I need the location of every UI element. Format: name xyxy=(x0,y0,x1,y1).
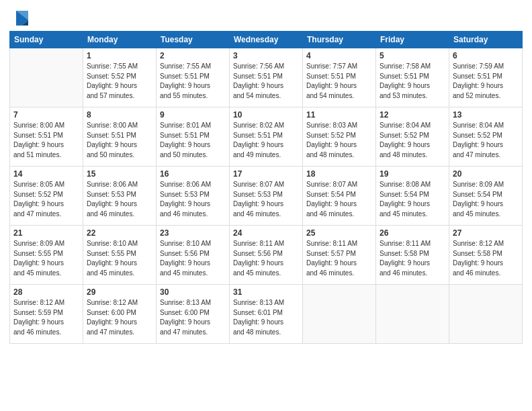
calendar-cell: 1Sunrise: 7:55 AMSunset: 5:52 PMDaylight… xyxy=(83,48,157,107)
cell-content: Sunrise: 7:55 AMSunset: 5:52 PMDaylight:… xyxy=(87,62,152,101)
cell-content: Sunrise: 8:03 AMSunset: 5:52 PMDaylight:… xyxy=(306,121,372,160)
cell-content: Sunrise: 8:00 AMSunset: 5:51 PMDaylight:… xyxy=(13,121,79,160)
calendar-cell: 24Sunrise: 8:11 AMSunset: 5:56 PMDayligh… xyxy=(230,226,303,285)
cell-content: Sunrise: 8:12 AMSunset: 5:58 PMDaylight:… xyxy=(453,239,519,278)
weekday-header-monday: Monday xyxy=(83,32,157,48)
day-number: 26 xyxy=(380,228,445,238)
calendar-cell: 8Sunrise: 8:00 AMSunset: 5:51 PMDaylight… xyxy=(83,107,157,167)
day-number: 4 xyxy=(306,51,372,60)
calendar-cell: 31Sunrise: 8:13 AMSunset: 6:01 PMDayligh… xyxy=(230,285,303,344)
cell-content: Sunrise: 8:07 AMSunset: 5:53 PMDaylight:… xyxy=(233,180,299,219)
cell-content: Sunrise: 7:55 AMSunset: 5:51 PMDaylight:… xyxy=(160,62,226,101)
calendar-cell: 27Sunrise: 8:12 AMSunset: 5:58 PMDayligh… xyxy=(449,226,523,285)
cell-content: Sunrise: 8:10 AMSunset: 5:56 PMDaylight:… xyxy=(160,239,226,278)
cell-content: Sunrise: 8:04 AMSunset: 5:52 PMDaylight:… xyxy=(453,121,519,160)
cell-content: Sunrise: 8:00 AMSunset: 5:51 PMDaylight:… xyxy=(87,121,152,160)
calendar-cell: 13Sunrise: 8:04 AMSunset: 5:52 PMDayligh… xyxy=(449,107,523,167)
day-number: 31 xyxy=(233,287,299,297)
page: SundayMondayTuesdayWednesdayThursdayFrid… xyxy=(0,0,532,411)
cell-content: Sunrise: 8:11 AMSunset: 5:56 PMDaylight:… xyxy=(233,239,299,278)
calendar-cell: 7Sunrise: 8:00 AMSunset: 5:51 PMDaylight… xyxy=(10,107,83,167)
calendar-cell: 26Sunrise: 8:11 AMSunset: 5:58 PMDayligh… xyxy=(376,226,449,285)
calendar-week-4: 21Sunrise: 8:09 AMSunset: 5:55 PMDayligh… xyxy=(10,226,523,285)
day-number: 16 xyxy=(160,169,226,179)
cell-content: Sunrise: 7:59 AMSunset: 5:51 PMDaylight:… xyxy=(453,62,519,101)
weekday-header-saturday: Saturday xyxy=(449,32,523,48)
calendar-cell: 10Sunrise: 8:02 AMSunset: 5:51 PMDayligh… xyxy=(230,107,303,167)
calendar-cell xyxy=(449,285,523,344)
calendar-week-1: 1Sunrise: 7:55 AMSunset: 5:52 PMDaylight… xyxy=(10,48,523,107)
cell-content: Sunrise: 8:09 AMSunset: 5:55 PMDaylight:… xyxy=(13,239,79,278)
cell-content: Sunrise: 8:08 AMSunset: 5:54 PMDaylight:… xyxy=(380,180,445,219)
calendar-cell: 28Sunrise: 8:12 AMSunset: 5:59 PMDayligh… xyxy=(10,285,83,344)
calendar-cell: 23Sunrise: 8:10 AMSunset: 5:56 PMDayligh… xyxy=(157,226,230,285)
day-number: 5 xyxy=(380,51,445,60)
weekday-header-thursday: Thursday xyxy=(303,32,376,48)
calendar-cell: 20Sunrise: 8:09 AMSunset: 5:54 PMDayligh… xyxy=(449,167,523,226)
logo-icon xyxy=(9,7,28,26)
calendar-week-2: 7Sunrise: 8:00 AMSunset: 5:51 PMDaylight… xyxy=(10,107,523,167)
weekday-header-row: SundayMondayTuesdayWednesdayThursdayFrid… xyxy=(10,32,523,48)
weekday-header-friday: Friday xyxy=(376,32,449,48)
calendar-cell: 18Sunrise: 8:07 AMSunset: 5:54 PMDayligh… xyxy=(303,167,376,226)
calendar-cell xyxy=(10,48,83,107)
day-number: 15 xyxy=(87,169,152,179)
day-number: 14 xyxy=(13,169,79,179)
cell-content: Sunrise: 8:12 AMSunset: 6:00 PMDaylight:… xyxy=(87,298,152,337)
cell-content: Sunrise: 7:57 AMSunset: 5:51 PMDaylight:… xyxy=(306,62,372,101)
cell-content: Sunrise: 8:10 AMSunset: 5:55 PMDaylight:… xyxy=(87,239,152,278)
day-number: 8 xyxy=(87,110,152,120)
calendar-cell: 21Sunrise: 8:09 AMSunset: 5:55 PMDayligh… xyxy=(10,226,83,285)
day-number: 18 xyxy=(306,169,372,179)
day-number: 30 xyxy=(160,287,226,297)
cell-content: Sunrise: 8:01 AMSunset: 5:51 PMDaylight:… xyxy=(160,121,226,160)
calendar-cell: 25Sunrise: 8:11 AMSunset: 5:57 PMDayligh… xyxy=(303,226,376,285)
cell-content: Sunrise: 8:04 AMSunset: 5:52 PMDaylight:… xyxy=(380,121,445,160)
calendar-cell: 15Sunrise: 8:06 AMSunset: 5:53 PMDayligh… xyxy=(83,167,157,226)
header xyxy=(9,7,523,26)
logo xyxy=(9,7,30,26)
calendar-week-5: 28Sunrise: 8:12 AMSunset: 5:59 PMDayligh… xyxy=(10,285,523,344)
day-number: 25 xyxy=(306,228,372,238)
day-number: 9 xyxy=(160,110,226,120)
calendar-cell: 17Sunrise: 8:07 AMSunset: 5:53 PMDayligh… xyxy=(230,167,303,226)
day-number: 28 xyxy=(13,287,79,297)
cell-content: Sunrise: 8:05 AMSunset: 5:52 PMDaylight:… xyxy=(13,180,79,219)
day-number: 6 xyxy=(453,51,519,60)
weekday-header-tuesday: Tuesday xyxy=(157,32,230,48)
calendar-cell xyxy=(376,285,449,344)
cell-content: Sunrise: 8:13 AMSunset: 6:01 PMDaylight:… xyxy=(233,298,299,337)
day-number: 23 xyxy=(160,228,226,238)
day-number: 17 xyxy=(233,169,299,179)
calendar-week-3: 14Sunrise: 8:05 AMSunset: 5:52 PMDayligh… xyxy=(10,167,523,226)
cell-content: Sunrise: 8:13 AMSunset: 6:00 PMDaylight:… xyxy=(160,298,226,337)
cell-content: Sunrise: 8:11 AMSunset: 5:58 PMDaylight:… xyxy=(380,239,445,278)
cell-content: Sunrise: 8:12 AMSunset: 5:59 PMDaylight:… xyxy=(13,298,79,337)
weekday-header-wednesday: Wednesday xyxy=(230,32,303,48)
cell-content: Sunrise: 8:11 AMSunset: 5:57 PMDaylight:… xyxy=(306,239,372,278)
day-number: 7 xyxy=(13,110,79,120)
day-number: 1 xyxy=(87,51,152,60)
calendar-cell: 9Sunrise: 8:01 AMSunset: 5:51 PMDaylight… xyxy=(157,107,230,167)
cell-content: Sunrise: 7:56 AMSunset: 5:51 PMDaylight:… xyxy=(233,62,299,101)
day-number: 20 xyxy=(453,169,519,179)
calendar-cell: 14Sunrise: 8:05 AMSunset: 5:52 PMDayligh… xyxy=(10,167,83,226)
calendar-cell: 6Sunrise: 7:59 AMSunset: 5:51 PMDaylight… xyxy=(449,48,523,107)
calendar: SundayMondayTuesdayWednesdayThursdayFrid… xyxy=(9,31,523,344)
day-number: 12 xyxy=(380,110,445,120)
day-number: 3 xyxy=(233,51,299,60)
day-number: 24 xyxy=(233,228,299,238)
calendar-cell: 30Sunrise: 8:13 AMSunset: 6:00 PMDayligh… xyxy=(157,285,230,344)
day-number: 2 xyxy=(160,51,226,60)
day-number: 13 xyxy=(453,110,519,120)
calendar-cell: 4Sunrise: 7:57 AMSunset: 5:51 PMDaylight… xyxy=(303,48,376,107)
calendar-cell: 2Sunrise: 7:55 AMSunset: 5:51 PMDaylight… xyxy=(157,48,230,107)
day-number: 27 xyxy=(453,228,519,238)
cell-content: Sunrise: 8:07 AMSunset: 5:54 PMDaylight:… xyxy=(306,180,372,219)
cell-content: Sunrise: 8:02 AMSunset: 5:51 PMDaylight:… xyxy=(233,121,299,160)
cell-content: Sunrise: 7:58 AMSunset: 5:51 PMDaylight:… xyxy=(380,62,445,101)
calendar-cell: 5Sunrise: 7:58 AMSunset: 5:51 PMDaylight… xyxy=(376,48,449,107)
calendar-cell: 3Sunrise: 7:56 AMSunset: 5:51 PMDaylight… xyxy=(230,48,303,107)
day-number: 22 xyxy=(87,228,152,238)
calendar-cell: 19Sunrise: 8:08 AMSunset: 5:54 PMDayligh… xyxy=(376,167,449,226)
